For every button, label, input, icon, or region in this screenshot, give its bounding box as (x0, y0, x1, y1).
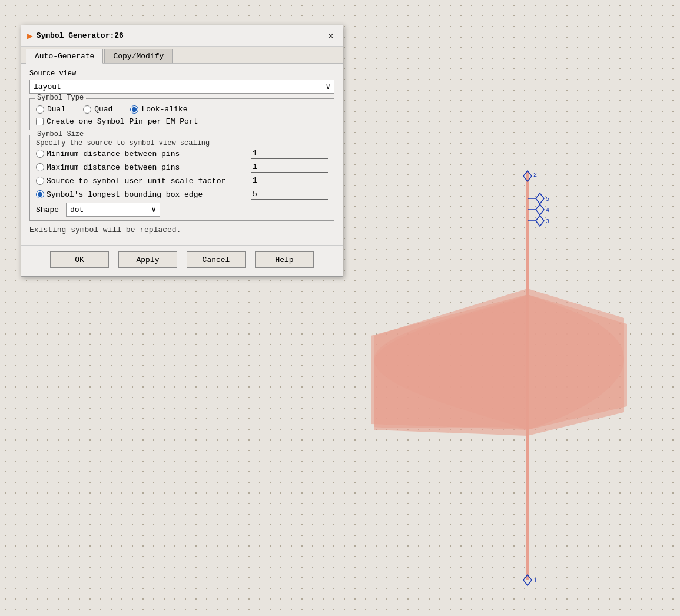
source-view-row: layout ∨ (29, 80, 334, 94)
apply-button[interactable]: Apply (118, 251, 177, 268)
shape-value: dot (70, 206, 84, 214)
radio-lookalike-input[interactable] (130, 105, 138, 114)
dialog-tabs: Auto-Generate Copy/Modify (21, 47, 343, 64)
bbox-label: Symbol's longest bounding box edge (47, 190, 249, 199)
shape-dropdown[interactable]: dot ∨ (66, 203, 160, 217)
dialog-footer: OK Apply Cancel Help (21, 245, 343, 276)
radio-quad-input[interactable] (83, 105, 91, 114)
svg-text:4: 4 (546, 207, 549, 214)
help-button[interactable]: Help (255, 251, 314, 268)
ok-button[interactable]: OK (50, 251, 109, 268)
min-dist-input[interactable] (251, 148, 328, 159)
em-port-checkbox[interactable] (36, 118, 44, 125)
svg-text:3: 3 (546, 218, 549, 225)
radio-scale[interactable] (36, 177, 44, 185)
radio-max-dist[interactable] (36, 163, 44, 171)
radio-dual-label: Dual (47, 105, 65, 114)
svg-marker-9 (536, 216, 544, 226)
min-dist-label: Minimum distance between pins (47, 150, 249, 158)
symbol-type-radio-row: Dual Quad Look-alike (36, 105, 328, 114)
shape-label: Shape (36, 206, 59, 214)
close-button[interactable]: ✕ (325, 30, 337, 42)
max-dist-label: Maximum distance between pins (47, 163, 249, 172)
radio-min-dist[interactable] (36, 150, 44, 158)
svg-marker-1 (371, 294, 528, 430)
svg-marker-3 (523, 171, 532, 181)
radio-bbox[interactable] (36, 190, 44, 198)
radio-dual-input[interactable] (36, 105, 44, 114)
bbox-input[interactable] (251, 189, 328, 200)
svg-marker-11 (523, 575, 532, 585)
max-dist-input[interactable] (251, 162, 328, 173)
symbol-type-legend: Symbol Type (35, 94, 86, 102)
dialog-titlebar: ▶ Symbol Generator:26 ✕ (21, 25, 343, 47)
symbol-size-legend: Symbol Size (35, 130, 86, 138)
title-icon: ▶ (27, 30, 33, 42)
dialog-body: Source view layout ∨ Symbol Type Dual Qu… (21, 64, 343, 245)
symbol-size-desc: Specify the source to symbol view scalin… (36, 139, 328, 147)
shape-row: Shape dot ∨ (36, 203, 328, 217)
size-row-bbox: Symbol's longest bounding box edge (36, 189, 328, 200)
symbol-generator-dialog: ▶ Symbol Generator:26 ✕ Auto-Generate Co… (21, 25, 343, 277)
source-view-value: layout (34, 82, 61, 91)
tab-auto-generate[interactable]: Auto-Generate (26, 49, 103, 64)
symbol-type-section: Symbol Type Dual Quad Look-alike Create … (29, 98, 334, 130)
radio-lookalike[interactable]: Look-alike (130, 105, 187, 114)
radio-quad[interactable]: Quad (83, 105, 112, 114)
svg-text:2: 2 (533, 172, 537, 178)
radio-dual[interactable]: Dual (36, 105, 65, 114)
dialog-title: ▶ Symbol Generator:26 (27, 30, 124, 42)
source-view-dropdown[interactable]: layout ∨ (29, 80, 334, 94)
size-row-scale: Source to symbol user unit scale factor (36, 175, 328, 186)
svg-text:5: 5 (546, 196, 549, 203)
tab-copy-modify[interactable]: Copy/Modify (104, 49, 173, 63)
notice-text: Existing symbol will be replaced. (29, 226, 334, 234)
svg-marker-5 (536, 193, 544, 204)
shape-dropdown-arrow-icon: ∨ (151, 205, 156, 214)
cancel-button[interactable]: Cancel (187, 251, 246, 268)
svg-marker-7 (536, 204, 544, 215)
source-view-label: Source view (29, 69, 334, 78)
svg-marker-2 (528, 294, 627, 430)
dialog-title-text: Symbol Generator:26 (37, 31, 124, 40)
dropdown-arrow-icon: ∨ (326, 82, 330, 91)
radio-lookalike-label: Look-alike (141, 105, 187, 114)
symbol-size-section: Symbol Size Specify the source to symbol… (29, 135, 334, 221)
radio-quad-label: Quad (94, 105, 112, 114)
em-port-checkbox-row: Create one Symbol Pin per EM Port (36, 117, 328, 126)
scale-input[interactable] (251, 175, 328, 186)
svg-text:1: 1 (533, 578, 537, 584)
em-port-label: Create one Symbol Pin per EM Port (47, 117, 198, 126)
size-row-min: Minimum distance between pins (36, 148, 328, 159)
size-row-max: Maximum distance between pins (36, 162, 328, 173)
scale-label: Source to symbol user unit scale factor (47, 177, 249, 186)
